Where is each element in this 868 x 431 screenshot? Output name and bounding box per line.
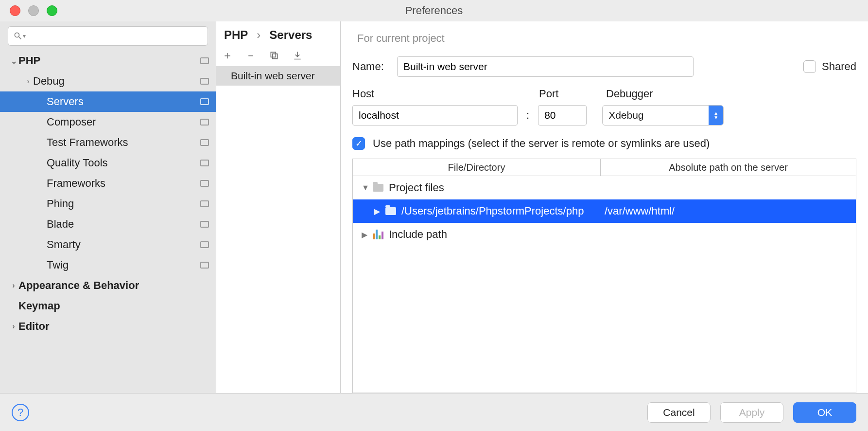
project-scope-icon: [200, 221, 209, 228]
mapping-row[interactable]: ▼Project files: [353, 176, 856, 199]
settings-sidebar: ▾ PHPDebugServersComposerTest Frameworks…: [0, 21, 216, 393]
project-scope-icon: [200, 180, 209, 187]
sidebar-item-servers[interactable]: Servers: [0, 91, 216, 112]
sidebar-item-label: Editor: [18, 320, 209, 333]
disclosure-arrow-icon: [23, 77, 33, 86]
project-scope-icon: [200, 160, 209, 166]
mapping-file-label: /Users/jetbrains/PhpstormProjects/php: [401, 205, 584, 217]
sidebar-item-label: Blade: [47, 218, 200, 231]
host-input[interactable]: [352, 105, 518, 126]
sidebar-item-label: Debug: [33, 75, 200, 88]
sidebar-item-composer[interactable]: Composer: [0, 112, 216, 132]
sidebar-item-phing[interactable]: Phing: [0, 194, 216, 214]
ok-button[interactable]: OK: [793, 402, 856, 423]
host-port-separator: :: [526, 109, 529, 122]
path-mappings-table: File/Directory Absolute path on the serv…: [352, 159, 856, 393]
sidebar-item-twig[interactable]: Twig: [0, 255, 216, 275]
chevron-down-icon: ▾: [23, 33, 26, 39]
include-path-icon: [371, 230, 385, 239]
window-title: Preferences: [405, 4, 463, 17]
select-stepper-icon: ▲▼: [709, 106, 723, 125]
column-header-server-path[interactable]: Absolute path on the server: [601, 159, 856, 176]
project-scope-icon: [200, 241, 209, 248]
server-name-input[interactable]: [397, 56, 694, 77]
disclosure-arrow-icon: [9, 322, 18, 331]
use-path-mappings-label: Use path mappings (select if the server …: [373, 137, 710, 150]
sidebar-item-appearance-behavior[interactable]: Appearance & Behavior: [0, 275, 216, 296]
project-scope-icon: [200, 119, 209, 126]
breadcrumb: PHP › Servers: [216, 21, 340, 49]
mapping-row[interactable]: ▶Include path: [353, 223, 856, 246]
help-button[interactable]: ?: [12, 404, 29, 421]
disclosure-arrow-icon: [9, 56, 18, 66]
window-controls: [10, 5, 57, 16]
cancel-button[interactable]: Cancel: [647, 402, 711, 423]
path-mappings-body[interactable]: ▼Project files▶/Users/jetbrains/Phpstorm…: [353, 176, 856, 393]
sidebar-item-keymap[interactable]: Keymap: [0, 296, 216, 316]
sidebar-item-editor[interactable]: Editor: [0, 316, 216, 337]
import-icon[interactable]: [292, 50, 303, 61]
sidebar-item-frameworks[interactable]: Frameworks: [0, 173, 216, 194]
shared-checkbox[interactable]: [803, 60, 816, 73]
server-list-toolbar: ＋ －: [216, 49, 340, 66]
dialog-footer: ? Cancel Apply OK: [0, 393, 868, 431]
server-list-item[interactable]: Built-in web server: [216, 66, 340, 86]
project-scope-icon: [200, 139, 209, 146]
debugger-value: Xdebug: [603, 109, 709, 121]
server-list[interactable]: Built-in web server: [216, 66, 340, 393]
sidebar-item-test-frameworks[interactable]: Test Frameworks: [0, 132, 216, 153]
sidebar-item-quality-tools[interactable]: Quality Tools: [0, 153, 216, 173]
host-label: Host: [352, 88, 522, 100]
disclosure-down-icon: ▼: [362, 183, 371, 192]
folder-icon: [371, 184, 385, 192]
column-header-file[interactable]: File/Directory: [353, 159, 601, 176]
settings-search[interactable]: ▾: [8, 26, 208, 46]
zoom-window-button[interactable]: [47, 5, 57, 16]
copy-icon[interactable]: [269, 50, 279, 61]
settings-tree[interactable]: PHPDebugServersComposerTest FrameworksQu…: [0, 51, 216, 393]
project-scope-icon: [200, 262, 209, 269]
sidebar-item-label: Test Frameworks: [47, 136, 200, 149]
disclosure-arrow-icon: [9, 281, 18, 290]
sidebar-item-label: PHP: [18, 54, 200, 67]
mapping-server-path[interactable]: /var/www/html/: [601, 205, 856, 217]
sidebar-item-label: Servers: [47, 95, 200, 108]
sidebar-item-blade[interactable]: Blade: [0, 214, 216, 234]
titlebar: Preferences: [0, 0, 868, 21]
close-window-button[interactable]: [10, 5, 20, 16]
scope-hint: For current project: [352, 28, 856, 49]
debugger-label: Debugger: [606, 88, 653, 100]
mapping-file-label: Project files: [389, 181, 444, 194]
minimize-window-button[interactable]: [28, 5, 39, 16]
use-path-mappings-checkbox[interactable]: ✓: [352, 137, 365, 150]
search-icon: [13, 31, 23, 41]
server-detail-pane: For current project Name: Shared Host Po…: [341, 21, 868, 393]
server-list-pane: PHP › Servers ＋ － Built-in web server: [216, 21, 341, 393]
port-label: Port: [539, 88, 602, 100]
add-icon[interactable]: ＋: [222, 50, 233, 61]
remove-icon[interactable]: －: [245, 50, 256, 61]
settings-search-input[interactable]: [29, 31, 203, 41]
svg-rect-0: [273, 54, 278, 59]
sidebar-item-label: Quality Tools: [47, 157, 200, 169]
disclosure-right-icon: ▶: [362, 230, 371, 239]
sidebar-item-label: Twig: [47, 259, 200, 271]
sidebar-item-label: Appearance & Behavior: [18, 279, 209, 292]
scope-hint-label: For current project: [357, 32, 445, 45]
sidebar-item-smarty[interactable]: Smarty: [0, 234, 216, 255]
apply-button[interactable]: Apply: [720, 402, 783, 423]
port-input[interactable]: [538, 105, 587, 126]
project-scope-icon: [200, 57, 209, 64]
debugger-select[interactable]: Xdebug ▲▼: [602, 105, 724, 126]
name-label: Name:: [352, 60, 387, 73]
sidebar-item-debug[interactable]: Debug: [0, 71, 216, 91]
mapping-file-label: Include path: [389, 228, 447, 241]
sidebar-item-php[interactable]: PHP: [0, 51, 216, 71]
mapping-row[interactable]: ▶/Users/jetbrains/PhpstormProjects/php/v…: [353, 199, 856, 223]
sidebar-item-label: Keymap: [18, 300, 209, 312]
svg-rect-1: [271, 52, 276, 57]
breadcrumb-root[interactable]: PHP: [224, 28, 248, 42]
shared-label: Shared: [822, 60, 856, 73]
chevron-right-icon: ›: [257, 28, 260, 42]
disclosure-right-icon: ▶: [374, 207, 384, 216]
